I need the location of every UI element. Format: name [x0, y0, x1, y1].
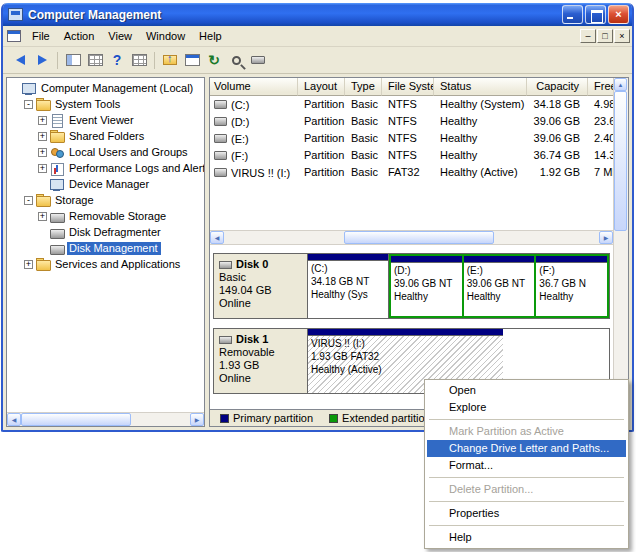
- tree-item-device-manager[interactable]: Device Manager: [7, 176, 204, 192]
- disk-management-icon: [50, 242, 64, 255]
- minimize-button[interactable]: [562, 5, 583, 24]
- scroll-right-icon[interactable]: ▶: [190, 413, 204, 426]
- tree-item-label: Removable Storage: [67, 210, 169, 223]
- up-one-level-button[interactable]: [159, 50, 181, 71]
- tree-item-computer-management[interactable]: Computer Management (Local): [7, 80, 204, 96]
- expand-icon[interactable]: +: [38, 164, 47, 173]
- show-hide-console-tree-button[interactable]: [62, 50, 84, 71]
- help-button[interactable]: ?: [106, 50, 128, 71]
- folder-icon: [36, 258, 50, 271]
- volume-row-c[interactable]: (C:) Partition Basic NTFS Healthy (Syste…: [210, 96, 613, 113]
- forward-button[interactable]: [31, 50, 53, 71]
- collapse-icon[interactable]: -: [24, 196, 33, 205]
- disk-1-header[interactable]: Disk 1 Removable 1.93 GB Online: [214, 329, 308, 393]
- column-header-volume[interactable]: Volume: [210, 78, 298, 96]
- partition-label: (D:): [394, 264, 459, 277]
- event-viewer-icon: [50, 114, 64, 127]
- collapse-icon[interactable]: -: [24, 100, 33, 109]
- partition-status: Healthy (Sys: [311, 288, 385, 301]
- column-header-file-system[interactable]: File System: [382, 78, 434, 96]
- tree-item-services-applications[interactable]: + Services and Applications: [7, 256, 204, 272]
- expand-icon[interactable]: +: [38, 148, 47, 157]
- scroll-right-icon[interactable]: ▶: [599, 231, 613, 244]
- tree-item-performance-logs[interactable]: + Performance Logs and Alert:: [7, 160, 204, 176]
- back-button[interactable]: [9, 50, 31, 71]
- details-vertical-scrollbar[interactable]: ▲ ▼: [613, 78, 628, 409]
- volume-list-horizontal-scrollbar[interactable]: ◀ ▶: [210, 230, 613, 245]
- tree-horizontal-scrollbar[interactable]: ◀ ▶: [7, 412, 204, 426]
- volume-capacity: 39.06 GB: [527, 113, 588, 130]
- device-manager-icon: [50, 178, 64, 191]
- scrollbar-thumb[interactable]: [614, 91, 627, 231]
- details-pane: Volume Layout Type File System Status Ca…: [209, 77, 629, 427]
- menu-action[interactable]: Action: [57, 28, 102, 45]
- search-button[interactable]: [225, 50, 247, 71]
- tree-item-shared-folders[interactable]: + Shared Folders: [7, 128, 204, 144]
- volume-file-system: NTFS: [382, 113, 434, 130]
- tree-item-system-tools[interactable]: - System Tools: [7, 96, 204, 112]
- tree-item-label: Storage: [53, 194, 97, 207]
- folder-icon: [36, 194, 50, 207]
- new-window-button[interactable]: [181, 50, 203, 71]
- scrollbar-thumb[interactable]: [21, 413, 131, 426]
- volume-row-e[interactable]: (E:) Partition Basic NTFS Healthy 39.06 …: [210, 130, 613, 147]
- console-window-icon[interactable]: [7, 30, 21, 42]
- scrollbar-thumb[interactable]: [344, 231, 494, 244]
- tree-item-storage[interactable]: - Storage: [7, 192, 204, 208]
- tree-item-event-viewer[interactable]: + Event Viewer: [7, 112, 204, 128]
- volume-row-f[interactable]: (F:) Partition Basic NTFS Healthy 36.74 …: [210, 147, 613, 164]
- menu-window[interactable]: Window: [139, 28, 192, 45]
- column-header-capacity[interactable]: Capacity: [527, 78, 588, 96]
- context-menu-properties[interactable]: Properties: [427, 505, 626, 522]
- partition-status: Healthy: [467, 290, 532, 303]
- tree-item-disk-defragmenter[interactable]: Disk Defragmenter: [7, 224, 204, 240]
- tree-item-removable-storage[interactable]: + Removable Storage: [7, 208, 204, 224]
- volume-layout: Partition: [298, 164, 345, 181]
- partition-f[interactable]: (F:) 36.7 GB N Healthy: [536, 256, 607, 316]
- context-menu-help[interactable]: Help: [427, 529, 626, 546]
- refresh-icon: ↻: [208, 52, 220, 68]
- tree-item-local-users-groups[interactable]: + Local Users and Groups: [7, 144, 204, 160]
- close-button[interactable]: ×: [608, 5, 629, 24]
- menu-help[interactable]: Help: [192, 28, 229, 45]
- refresh-button[interactable]: ↻: [203, 50, 225, 71]
- partition-c[interactable]: (C:) 34.18 GB NT Healthy (Sys: [308, 254, 388, 318]
- volume-status: Healthy: [434, 147, 527, 164]
- disk-0-header[interactable]: Disk 0 Basic 149.04 GB Online: [214, 254, 308, 318]
- volume-capacity: 1.92 GB: [527, 164, 588, 181]
- context-menu-change-drive-letter[interactable]: Change Drive Letter and Paths...: [427, 440, 626, 457]
- context-menu-open[interactable]: Open: [427, 382, 626, 399]
- volume-type: Basic: [345, 113, 382, 130]
- context-menu-explore[interactable]: Explore: [427, 399, 626, 416]
- scroll-left-icon[interactable]: ◀: [210, 231, 224, 244]
- expand-icon[interactable]: +: [38, 132, 47, 141]
- mdi-restore-button[interactable]: □: [597, 29, 613, 43]
- column-header-status[interactable]: Status: [434, 78, 527, 96]
- mdi-minimize-button[interactable]: –: [580, 29, 596, 43]
- volume-row-d[interactable]: (D:) Partition Basic NTFS Healthy 39.06 …: [210, 113, 613, 130]
- partition-status: Healthy: [394, 290, 459, 303]
- volume-file-system: NTFS: [382, 96, 434, 113]
- column-header-free-space[interactable]: Free S: [588, 78, 613, 96]
- context-menu-format[interactable]: Format...: [427, 457, 626, 474]
- partition-d[interactable]: (D:) 39.06 GB NT Healthy: [391, 256, 462, 316]
- expand-icon[interactable]: +: [38, 212, 47, 221]
- menu-view[interactable]: View: [101, 28, 139, 45]
- export-list-button[interactable]: [84, 50, 106, 71]
- scroll-left-icon[interactable]: ◀: [7, 413, 21, 426]
- tree-item-disk-management[interactable]: Disk Management: [7, 240, 204, 256]
- titlebar[interactable]: Computer Management ×: [3, 3, 632, 26]
- views-button[interactable]: [128, 50, 150, 71]
- disk-settings-button[interactable]: [247, 50, 269, 71]
- volume-row-virus-i[interactable]: VIRUS !! (I:) Partition Basic FAT32 Heal…: [210, 164, 613, 181]
- expand-icon[interactable]: +: [38, 116, 47, 125]
- column-header-type[interactable]: Type: [345, 78, 382, 96]
- expand-icon[interactable]: +: [24, 260, 33, 269]
- scroll-up-icon[interactable]: ▲: [614, 78, 627, 91]
- maximize-button[interactable]: [585, 5, 606, 24]
- tree-item-label: Computer Management (Local): [39, 82, 196, 95]
- column-header-layout[interactable]: Layout: [298, 78, 345, 96]
- partition-e[interactable]: (E:) 39.06 GB NT Healthy: [464, 256, 535, 316]
- menu-file[interactable]: File: [25, 28, 57, 45]
- mdi-close-button[interactable]: ×: [614, 29, 630, 43]
